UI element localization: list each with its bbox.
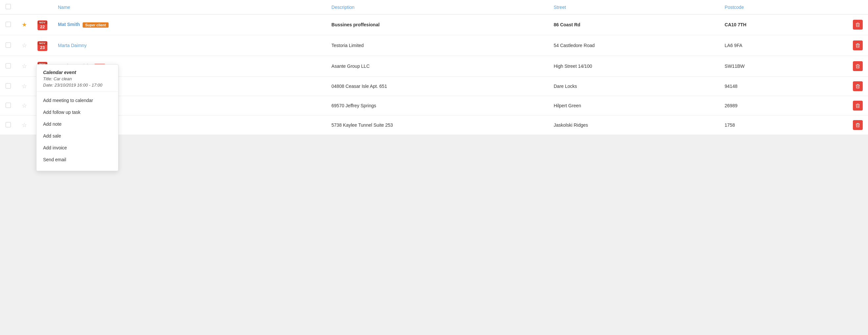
row-description-cell: 04808 Ceasar Isle Apt. 651 — [326, 77, 548, 96]
popup-action-button[interactable]: Send email — [36, 154, 118, 165]
row-street-cell: Jaskolski Ridges — [549, 116, 720, 135]
row-name-cell: Marta Daimny — [53, 35, 326, 56]
row-action-cell — [847, 77, 868, 96]
table-row: ☆NOV23Martin KowalskyVIPAsante Group LLC… — [0, 56, 868, 77]
calendar-icon[interactable]: NOV23 — [37, 41, 48, 51]
row-description-cell: 5738 Kaylee Tunnel Suite 253 — [326, 116, 548, 135]
contact-badge: Super client — [83, 22, 108, 28]
row-postcode-cell: LA6 9FA — [719, 35, 847, 56]
contact-description: 69570 Jeffrey Springs — [331, 103, 376, 108]
table-row: ☆NOV23Marta DaimnyTestoria Limited54 Cas… — [0, 35, 868, 56]
row-street-cell: 54 Castledore Road — [549, 35, 720, 56]
popup-action-button[interactable]: Add sale — [36, 130, 118, 142]
contact-postcode: SW11BW — [724, 63, 745, 69]
contact-street: 54 Castledore Road — [554, 43, 595, 48]
main-table-container: Name Description Street Postcode ★NOV22M… — [0, 0, 868, 135]
row-street-cell: 86 Coast Rd — [549, 14, 720, 35]
row-star-cell: ☆ — [17, 96, 32, 116]
popup-actions: Add meeting to calendarAdd follow up tas… — [36, 92, 118, 168]
star-filled-icon[interactable]: ★ — [22, 21, 27, 28]
row-checkbox[interactable] — [6, 83, 11, 89]
delete-button[interactable] — [853, 120, 863, 130]
row-star-cell: ☆ — [17, 116, 32, 135]
contact-street: High Street 14/100 — [554, 63, 592, 69]
header-star-col — [17, 0, 32, 14]
header-cal-col — [32, 0, 53, 14]
select-all-checkbox[interactable] — [6, 4, 11, 9]
row-checkbox[interactable] — [6, 22, 11, 27]
row-postcode-cell: 94148 — [719, 77, 847, 96]
row-star-cell: ☆ — [17, 56, 32, 77]
row-checkbox-cell — [0, 77, 17, 96]
header-description: Description — [326, 0, 548, 14]
row-star-cell: ☆ — [17, 77, 32, 96]
row-street-cell: Hilpert Green — [549, 96, 720, 116]
contact-description: 5738 Kaylee Tunnel Suite 253 — [331, 122, 393, 128]
calendar-event-popup: Calendar event Title: Car clean Date: 23… — [36, 64, 119, 171]
table-row: ☆04808 Ceasar Isle Apt. 651Dare Locks941… — [0, 77, 868, 96]
contact-name-link[interactable]: Mat Smith — [58, 22, 80, 27]
star-empty-icon[interactable]: ☆ — [22, 42, 27, 49]
delete-button[interactable] — [853, 101, 863, 111]
row-checkbox-cell — [0, 96, 17, 116]
header-checkbox-col — [0, 0, 17, 14]
row-action-cell — [847, 96, 868, 116]
row-checkbox-cell — [0, 14, 17, 35]
contact-street: Jaskolski Ridges — [554, 122, 588, 128]
row-checkbox[interactable] — [6, 63, 11, 68]
popup-action-button[interactable]: Add note — [36, 118, 118, 130]
row-checkbox-cell — [0, 56, 17, 77]
contact-postcode: 94148 — [724, 84, 737, 89]
popup-event-name: Title: Car clean — [43, 77, 112, 81]
delete-button[interactable] — [853, 20, 863, 30]
contact-name-link[interactable]: Marta Daimny — [58, 43, 87, 48]
row-checkbox[interactable] — [6, 42, 11, 48]
popup-action-button[interactable]: Add follow up task — [36, 106, 118, 118]
delete-button[interactable] — [853, 40, 863, 50]
row-checkbox[interactable] — [6, 103, 11, 108]
table-row: ★NOV22Mat SmithSuper clientBussines prof… — [0, 14, 868, 35]
contact-description: Asante Group LLC — [331, 63, 370, 69]
row-postcode-cell: 26989 — [719, 96, 847, 116]
contact-street: Dare Locks — [554, 84, 577, 89]
svg-rect-13 — [857, 84, 859, 85]
contact-postcode: 26989 — [724, 103, 737, 108]
contact-description: 04808 Ceasar Isle Apt. 651 — [331, 84, 387, 89]
star-empty-icon[interactable]: ☆ — [22, 83, 27, 90]
table-body: ★NOV22Mat SmithSuper clientBussines prof… — [0, 14, 868, 135]
popup-action-button[interactable]: Add invoice — [36, 142, 118, 154]
table-row: ☆5738 Kaylee Tunnel Suite 253Jaskolski R… — [0, 116, 868, 135]
contact-postcode: CA10 7TH — [724, 22, 746, 27]
table-row: ☆tag2tag369570 Jeffrey SpringsHilpert Gr… — [0, 96, 868, 116]
svg-rect-21 — [857, 123, 859, 123]
popup-event-title: Calendar event — [43, 70, 112, 75]
row-description-cell: 69570 Jeffrey Springs — [326, 96, 548, 116]
gray-background — [0, 135, 868, 234]
svg-rect-17 — [857, 104, 859, 104]
header-action — [847, 0, 868, 14]
delete-button[interactable] — [853, 61, 863, 71]
row-checkbox-cell — [0, 35, 17, 56]
delete-button[interactable] — [853, 81, 863, 91]
row-star-cell: ★ — [17, 14, 32, 35]
contact-description: Bussines proffesional — [331, 22, 379, 27]
row-name-cell: Mat SmithSuper client — [53, 14, 326, 35]
row-checkbox-cell — [0, 116, 17, 135]
row-description-cell: Bussines proffesional — [326, 14, 548, 35]
row-street-cell: High Street 14/100 — [549, 56, 720, 77]
contact-postcode: 1758 — [724, 122, 735, 128]
row-checkbox[interactable] — [6, 122, 11, 127]
star-empty-icon[interactable]: ☆ — [22, 122, 27, 128]
contact-postcode: LA6 9FA — [724, 43, 742, 48]
star-empty-icon[interactable]: ☆ — [22, 102, 27, 109]
svg-rect-5 — [857, 43, 859, 44]
row-street-cell: Dare Locks — [549, 77, 720, 96]
popup-action-button[interactable]: Add meeting to calendar — [36, 94, 118, 106]
calendar-icon[interactable]: NOV22 — [37, 21, 48, 30]
row-star-cell: ☆ — [17, 35, 32, 56]
svg-rect-1 — [857, 23, 859, 23]
svg-rect-9 — [857, 64, 859, 64]
header-postcode: Postcode — [719, 0, 847, 14]
star-empty-icon[interactable]: ☆ — [22, 63, 27, 69]
row-postcode-cell: 1758 — [719, 116, 847, 135]
